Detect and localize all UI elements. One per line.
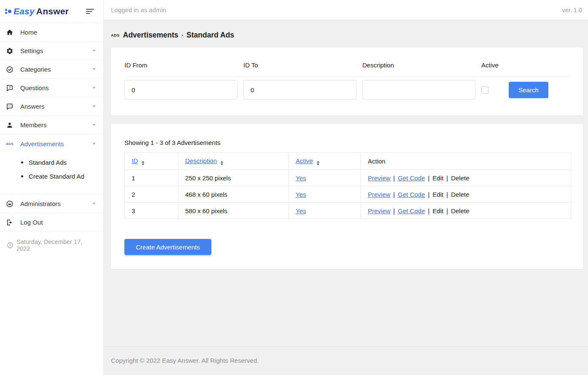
sidebar-item-home[interactable]: Home bbox=[0, 23, 103, 42]
advertisements-table: ID Description Active Action 1 250 x 250… bbox=[124, 153, 571, 219]
sidebar-item-logout[interactable]: Log Out bbox=[0, 213, 103, 232]
advertisements-submenu: Standard Ads Create Standard Ad bbox=[0, 153, 103, 195]
date-label: Saturday, December 17, 2022 bbox=[16, 238, 97, 252]
sort-icon[interactable] bbox=[142, 161, 144, 165]
logo-dots-icon bbox=[5, 8, 12, 15]
sort-icon[interactable] bbox=[317, 161, 319, 165]
sidebar: EasyAnswer Home Settings Categories bbox=[0, 0, 104, 375]
sort-by-active[interactable]: Active bbox=[296, 157, 313, 164]
page-title: Standard Ads bbox=[186, 31, 234, 40]
clock-icon bbox=[7, 242, 13, 249]
sidebar-subitem-standard-ads[interactable]: Standard Ads bbox=[0, 155, 103, 169]
edit-link[interactable]: Edit bbox=[432, 191, 443, 198]
search-labels-row: ID From ID To Description Active bbox=[124, 62, 569, 77]
cell-id: 1 bbox=[125, 170, 178, 186]
submenu-item-label: Create Standard Ad bbox=[29, 173, 84, 180]
chat-bubble-icon bbox=[5, 103, 14, 110]
preview-link[interactable]: Preview bbox=[368, 191, 390, 198]
sidebar-item-label: Questions bbox=[20, 84, 92, 91]
bullet-icon bbox=[21, 161, 23, 163]
home-icon bbox=[5, 29, 14, 36]
results-summary: Showing 1 - 3 of 3 Advertisements bbox=[124, 139, 570, 146]
sidebar-item-administrators[interactable]: Administrators bbox=[0, 195, 103, 213]
logo-text-answer: Answer bbox=[36, 6, 69, 16]
get-code-link[interactable]: Get Code bbox=[398, 174, 425, 182]
edit-link[interactable]: Edit bbox=[432, 207, 443, 214]
table-row: 1 250 x 250 pixels Yes Preview|Get Code|… bbox=[125, 170, 571, 186]
active-toggle-link[interactable]: Yes bbox=[296, 207, 306, 214]
main-area: Logged in as admin ver. 1.0 ADS Advertis… bbox=[104, 0, 588, 375]
sidebar-item-label: Categories bbox=[20, 66, 92, 73]
sidebar-item-label: Members bbox=[20, 121, 92, 129]
chevron-down-icon bbox=[92, 87, 96, 89]
breadcrumb-section: Advertisements bbox=[123, 31, 178, 40]
sidebar-toggle-icon[interactable] bbox=[86, 7, 94, 16]
ads-icon: ADS bbox=[111, 33, 120, 38]
sidebar-subitem-create-standard-ad[interactable]: Create Standard Ad bbox=[0, 169, 103, 183]
submenu-item-label: Standard Ads bbox=[29, 159, 67, 166]
check-circle-icon bbox=[5, 66, 14, 73]
table-header-row: ID Description Active Action bbox=[125, 153, 571, 170]
sidebar-item-label: Log Out bbox=[20, 219, 96, 226]
search-button[interactable]: Search bbox=[509, 82, 548, 98]
topbar: Logged in as admin ver. 1.0 bbox=[104, 0, 588, 20]
get-code-link[interactable]: Get Code bbox=[398, 207, 425, 214]
cell-description: 250 x 250 pixels bbox=[178, 170, 289, 186]
sidebar-header: EasyAnswer bbox=[0, 0, 103, 23]
svg-text:?: ? bbox=[9, 86, 11, 89]
breadcrumb: ADS Advertisements ▪ Standard Ads bbox=[111, 31, 583, 40]
action-header: Action bbox=[368, 158, 386, 165]
sort-icon[interactable] bbox=[221, 161, 223, 165]
get-code-link[interactable]: Get Code bbox=[398, 191, 425, 198]
sidebar-item-label: Administrators bbox=[20, 200, 92, 207]
cell-id: 3 bbox=[125, 203, 178, 219]
chevron-down-icon bbox=[92, 105, 96, 107]
chevron-down-icon bbox=[92, 68, 96, 70]
breadcrumb-separator-icon: ▪ bbox=[182, 33, 183, 38]
id-from-input[interactable] bbox=[124, 80, 237, 99]
edit-link[interactable]: Edit bbox=[432, 174, 443, 182]
chevron-down-icon bbox=[92, 143, 96, 145]
copyright-label: Copyright © 2022 Easy Answer. All Rights… bbox=[111, 357, 259, 364]
cell-actions: Preview|Get Code|Edit|Delete bbox=[361, 170, 571, 186]
footer: Copyright © 2022 Easy Answer. All Rights… bbox=[104, 346, 588, 375]
sidebar-item-label: Home bbox=[20, 29, 96, 36]
delete-link[interactable]: Delete bbox=[451, 207, 469, 214]
preview-link[interactable]: Preview bbox=[368, 207, 390, 214]
sidebar-item-members[interactable]: Members bbox=[0, 116, 103, 134]
search-fields-row: Search bbox=[124, 80, 569, 99]
logo-text-easy: Easy bbox=[13, 6, 35, 16]
preview-link[interactable]: Preview bbox=[368, 174, 390, 182]
create-advertisements-button[interactable]: Create Advertisements bbox=[124, 239, 211, 255]
id-to-input[interactable] bbox=[243, 80, 356, 99]
cell-actions: Preview|Get Code|Edit|Delete bbox=[361, 203, 571, 219]
active-checkbox[interactable] bbox=[481, 86, 488, 94]
sidebar-item-label: Answers bbox=[20, 103, 92, 110]
delete-link[interactable]: Delete bbox=[451, 191, 469, 198]
table-row: 3 580 x 60 pixels Yes Preview|Get Code|E… bbox=[125, 203, 571, 219]
sidebar-item-categories[interactable]: Categories bbox=[0, 60, 103, 79]
sort-by-id[interactable]: ID bbox=[132, 157, 138, 164]
version-label: ver. 1.0 bbox=[562, 7, 582, 13]
sidebar-date: Saturday, December 17, 2022 bbox=[0, 238, 103, 252]
active-toggle-link[interactable]: Yes bbox=[296, 191, 306, 198]
gear-icon bbox=[5, 47, 14, 55]
active-toggle-link[interactable]: Yes bbox=[296, 174, 306, 182]
chevron-down-icon bbox=[92, 124, 96, 126]
sidebar-item-answers[interactable]: Answers bbox=[0, 97, 103, 116]
bullet-icon bbox=[21, 175, 23, 177]
sidebar-item-questions[interactable]: ? Questions bbox=[0, 79, 103, 97]
description-input[interactable] bbox=[362, 80, 475, 99]
delete-link[interactable]: Delete bbox=[451, 174, 469, 182]
sort-by-description[interactable]: Description bbox=[185, 157, 217, 164]
sidebar-item-settings[interactable]: Settings bbox=[0, 42, 103, 60]
app-logo[interactable]: EasyAnswer bbox=[5, 6, 69, 16]
sidebar-item-label: Settings bbox=[20, 47, 92, 54]
admin-badge-icon bbox=[5, 200, 14, 208]
active-label: Active bbox=[481, 62, 569, 69]
content: ADS Advertisements ▪ Standard Ads ID Fro… bbox=[104, 20, 588, 346]
sidebar-nav: Home Settings Categories ? Questions bbox=[0, 23, 103, 232]
table-row: 2 468 x 60 pixels Yes Preview|Get Code|E… bbox=[125, 186, 571, 203]
logout-icon bbox=[5, 219, 14, 226]
sidebar-item-advertisements[interactable]: ADS Advertisements bbox=[0, 134, 103, 153]
